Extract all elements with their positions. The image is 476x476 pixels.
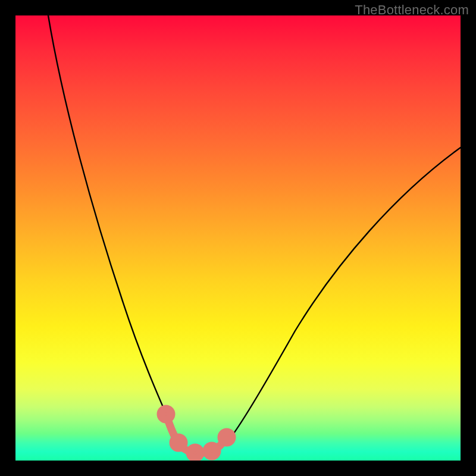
chart-frame: TheBottleneck.com [0, 0, 476, 476]
svg-point-2 [190, 447, 201, 458]
curve-layer [15, 15, 461, 461]
bottleneck-curve [48, 15, 461, 453]
plot-area [15, 15, 461, 461]
svg-point-1 [173, 437, 184, 448]
highlight-low-zone [161, 409, 232, 458]
svg-point-0 [161, 409, 171, 419]
watermark-text: TheBottleneck.com [355, 2, 469, 18]
svg-point-3 [206, 446, 217, 456]
svg-point-4 [221, 432, 232, 443]
